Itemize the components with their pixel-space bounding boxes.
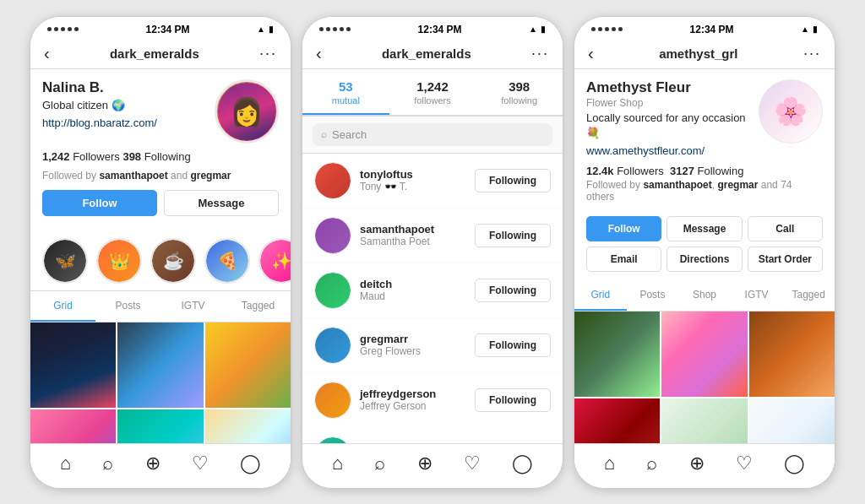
time-2: 12:34 PM [418,24,462,35]
biz-stats: 12.4k Followers 3127 Following Followed … [574,165,835,216]
photo-cell-2[interactable] [117,322,203,408]
biz-start-order-button[interactable]: Start Order [748,247,823,272]
tab-tagged-3[interactable]: Tagged [782,280,835,311]
status-bar-3: 12:34 PM ▲ ▮ [574,17,835,39]
tabs-row-3: Grid Posts Shop IGTV Tagged [574,280,835,312]
more-button-3[interactable]: ··· [803,45,821,62]
follow-button-1[interactable]: Follow [42,190,157,216]
biz-email-button[interactable]: Email [586,247,661,272]
tab-grid-1[interactable]: Grid [30,291,95,322]
following-button-samanthapoet[interactable]: Following [475,224,551,247]
nav-title-3: amethyst_grl [659,46,737,61]
biz-photo-5[interactable] [661,398,747,442]
avatar-jeffreydgerson[interactable] [314,382,351,419]
following-button-deitch[interactable]: Following [475,279,551,302]
avatar-deitch[interactable] [314,272,351,309]
following-button-gregmarr[interactable]: Following [475,333,551,357]
biz-photo-4[interactable] [574,398,660,442]
name-deitch: Maud [360,290,466,302]
avatar-tonyloftus[interactable] [314,162,351,199]
profile-icon-1[interactable]: ◯ [240,453,261,474]
profile-stats-1: 1,242 Followers 398 Following [42,150,279,163]
more-button-2[interactable]: ··· [531,45,549,62]
heart-icon-1[interactable]: ♡ [192,453,209,474]
status-bar-1: 12:34 PM ▲ ▮ [30,17,291,39]
search-icon-nav-2[interactable]: ⌕ [374,453,385,474]
biz-photo-1[interactable] [574,312,660,397]
profile-name-1: Nalina B. [42,79,215,96]
biz-message-button[interactable]: Message [666,216,742,241]
home-icon-1[interactable]: ⌂ [60,453,71,474]
photo-cell-1[interactable] [30,322,116,408]
biz-type: Flower Shop [586,97,759,109]
profile-avatar-1: 👩 [215,79,279,144]
tab-shop-3[interactable]: Shop [678,280,731,311]
biz-directions-button[interactable]: Directions [666,247,742,272]
more-button-1[interactable]: ··· [259,45,277,62]
story-1[interactable]: 🦋 [42,238,88,284]
avatar-gregmarr[interactable] [314,327,351,364]
info-deitch: deitch Maud [360,278,466,302]
following-tab[interactable]: 398 following [476,69,563,115]
wifi-icon-2: ▲ [529,24,537,34]
info-samanthapoet: samanthapoet Samantha Poet [360,223,466,247]
back-button-1[interactable]: ‹ [44,44,50,63]
back-button-2[interactable]: ‹ [316,44,322,63]
add-icon-1[interactable]: ⊕ [145,453,160,474]
home-icon-2[interactable]: ⌂ [332,453,343,474]
search-icon-1[interactable]: ⌕ [102,453,113,474]
biz-link[interactable]: www.amethystfleur.com/ [586,144,705,157]
action-buttons-1: Follow Message [42,190,279,216]
story-3[interactable]: ☕ [150,238,196,284]
back-button-3[interactable]: ‹ [588,44,594,63]
story-2[interactable]: 👑 [96,238,142,284]
avatar-drellew[interactable] [314,436,351,443]
tab-posts-3[interactable]: Posts [627,280,679,311]
heart-icon-2[interactable]: ♡ [464,453,481,474]
add-icon-2[interactable]: ⊕ [417,453,432,474]
status-icons-3: ▲ ▮ [801,24,818,34]
username-tonyloftus: tonyloftus [360,168,466,181]
search-placeholder-2[interactable]: Search [332,128,367,141]
biz-photo-6[interactable] [749,398,835,442]
biz-call-button[interactable]: Call [748,216,823,241]
nav-bar-2: ‹ dark_emeralds ··· [302,39,563,69]
status-icons-1: ▲ ▮ [257,24,274,34]
mutual-count: 53 [306,79,386,94]
followers-tab[interactable]: 1,242 followers [389,69,476,115]
info-jeffreydgerson: jeffreydgerson Jeffrey Gerson [360,387,466,412]
username-jeffreydgerson: jeffreydgerson [360,387,466,400]
profile-link-1[interactable]: http://blog.nbaratz.com/ [42,117,157,129]
biz-photo-2[interactable] [661,312,747,397]
photo-cell-6[interactable] [205,409,291,443]
tab-igtv-1[interactable]: IGTV [160,291,226,322]
tab-tagged-1[interactable]: Tagged [226,291,291,322]
photo-cell-4[interactable] [30,409,116,443]
profile-icon-3[interactable]: ◯ [784,453,805,474]
add-icon-3[interactable]: ⊕ [689,453,705,474]
search-icon-nav-3[interactable]: ⌕ [646,453,657,474]
story-4[interactable]: 🍕 [204,238,250,284]
mutual-tab[interactable]: 53 mutual [302,69,389,115]
photo-cell-5[interactable] [117,409,203,443]
following-button-jeffreydgerson[interactable]: Following [475,388,551,412]
biz-stats-text: 12.4k Followers 3127 Following [586,165,823,177]
tab-grid-3[interactable]: Grid [574,280,627,311]
following-label: following [501,95,537,106]
home-icon-3[interactable]: ⌂ [604,453,615,474]
tab-igtv-3[interactable]: IGTV [731,280,783,311]
biz-follow-button[interactable]: Follow [586,216,661,241]
profile-bio-1: Global citizen 🌍 [42,98,215,113]
profile-icon-2[interactable]: ◯ [512,453,533,474]
photo-cell-3[interactable] [205,322,291,408]
heart-icon-3[interactable]: ♡ [736,453,753,474]
profile-info-1: Nalina B. Global citizen 🌍 http://blog.n… [42,79,215,130]
avatar-samanthapoet[interactable] [314,217,351,254]
message-button-1[interactable]: Message [164,190,279,216]
tab-posts-1[interactable]: Posts [95,291,160,322]
following-button-tonyloftus[interactable]: Following [475,169,551,192]
story-5[interactable]: ✨ [258,238,291,284]
follower-row-gregmarr: gregmarr Greg Flowers Following [302,318,563,373]
following-count: 398 [479,79,559,94]
biz-photo-3[interactable] [749,312,835,397]
